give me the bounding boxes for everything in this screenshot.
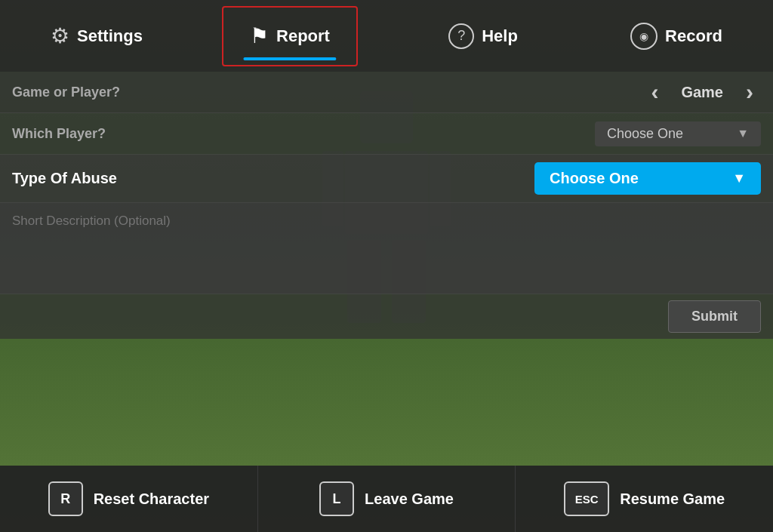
resume-game-button[interactable]: ESC Resume Game — [516, 466, 773, 532]
help-icon: ? — [448, 23, 474, 49]
help-button[interactable]: ? Help — [415, 6, 551, 66]
which-player-label: Which Player? — [12, 126, 595, 142]
record-button[interactable]: ◉ Record — [608, 6, 744, 66]
which-player-dropdown[interactable]: Choose One ▼ — [595, 121, 761, 146]
leave-game-label: Leave Game — [365, 490, 454, 508]
top-bar: ⚙ Settings ⚑ Report ? Help ◉ Record — [0, 0, 773, 72]
resume-key-badge: ESC — [564, 481, 609, 516]
which-player-row: Which Player? Choose One ▼ — [0, 113, 773, 155]
reset-character-button[interactable]: R Reset Character — [0, 466, 258, 532]
type-of-abuse-row: Type Of Abuse Choose One ▼ — [0, 155, 773, 203]
record-icon: ◉ — [630, 23, 658, 50]
submit-button[interactable]: Submit — [668, 300, 761, 333]
game-or-player-value: Game — [681, 84, 723, 101]
abuse-dropdown-value: Choose One — [550, 170, 639, 187]
main-panel: Game or Player? ‹ Game › Which Player? C… — [0, 72, 773, 339]
nav-next-arrow[interactable]: › — [738, 79, 761, 105]
nav-prev-arrow[interactable]: ‹ — [643, 79, 666, 105]
game-or-player-row: Game or Player? ‹ Game › — [0, 72, 773, 113]
leave-key-badge: L — [319, 481, 354, 516]
record-label: Record — [665, 26, 722, 46]
reset-key-badge: R — [48, 481, 83, 516]
report-label: Report — [276, 26, 330, 46]
description-row — [0, 203, 773, 294]
abuse-chevron-icon: ▼ — [732, 171, 746, 186]
report-icon: ⚑ — [250, 23, 269, 48]
help-label: Help — [482, 26, 518, 46]
dropdown-chevron-icon: ▼ — [737, 127, 749, 140]
resume-game-label: Resume Game — [620, 490, 725, 508]
game-or-player-label: Game or Player? — [12, 85, 643, 100]
which-player-value: Choose One — [607, 126, 683, 142]
settings-label: Settings — [77, 26, 143, 46]
type-of-abuse-label: Type Of Abuse — [12, 170, 534, 187]
game-player-nav: ‹ Game › — [643, 79, 761, 105]
report-underline — [243, 57, 336, 60]
type-of-abuse-dropdown[interactable]: Choose One ▼ — [534, 162, 761, 195]
settings-button[interactable]: ⚙ Settings — [29, 6, 165, 66]
settings-icon: ⚙ — [51, 23, 69, 48]
bottom-bar: R Reset Character L Leave Game ESC Resum… — [0, 466, 773, 532]
submit-row: Submit — [0, 294, 773, 339]
description-textarea[interactable] — [0, 203, 773, 294]
reset-character-label: Reset Character — [94, 490, 209, 508]
report-button[interactable]: ⚑ Report — [222, 6, 358, 66]
leave-game-button[interactable]: L Leave Game — [258, 466, 516, 532]
